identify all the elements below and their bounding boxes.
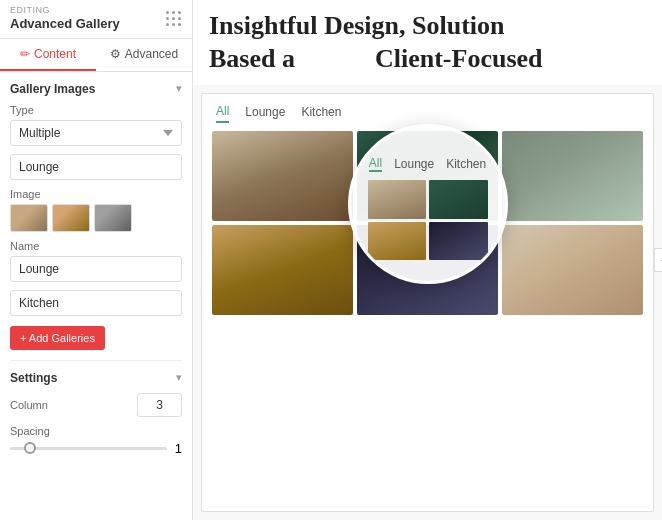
image-label: Image bbox=[10, 188, 182, 200]
panel-content: Gallery Images ▾ Type Multiple Single Im… bbox=[0, 72, 192, 520]
gallery-item-name-1[interactable] bbox=[10, 154, 182, 180]
column-input[interactable] bbox=[137, 393, 182, 417]
panel-header: EDITING Advanced Gallery bbox=[0, 0, 192, 39]
image-thumbs bbox=[10, 204, 182, 232]
gallery-tabs: All Lounge Kitchen bbox=[212, 104, 643, 123]
column-label: Column bbox=[10, 399, 48, 411]
divider bbox=[10, 360, 182, 361]
gallery-tab-all[interactable]: All bbox=[216, 104, 229, 123]
magnifier-tabs: All Lounge Kitchen bbox=[369, 148, 486, 176]
gallery-tab-lounge[interactable]: Lounge bbox=[245, 105, 285, 122]
column-row: Column bbox=[10, 393, 182, 417]
name-input-1[interactable] bbox=[10, 256, 182, 282]
add-galleries-button[interactable]: + Add Galleries bbox=[10, 326, 105, 350]
gallery-cell-6 bbox=[502, 225, 643, 315]
magnifier-tab-lounge[interactable]: Lounge bbox=[394, 157, 434, 171]
editing-label: EDITING bbox=[10, 6, 120, 15]
spacing-label: Spacing bbox=[10, 425, 182, 437]
hero-line-2: Based aClient-Focused bbox=[209, 44, 543, 73]
mag-cell-4 bbox=[429, 222, 488, 261]
gallery-preview: All Lounge Kitchen All bbox=[193, 85, 662, 520]
tab-content[interactable]: ✏ Content bbox=[0, 39, 96, 71]
thumb-3[interactable] bbox=[94, 204, 132, 232]
mag-cell-1 bbox=[368, 180, 427, 219]
gallery-item-name-2[interactable] bbox=[10, 290, 182, 316]
thumb-2[interactable] bbox=[52, 204, 90, 232]
hero-line-1: Insightful Design, Solution bbox=[209, 11, 504, 40]
name-label: Name bbox=[10, 240, 182, 252]
left-panel: EDITING Advanced Gallery ✏ Content ⚙ Adv… bbox=[0, 0, 193, 520]
panel-title: Advanced Gallery bbox=[10, 16, 120, 32]
magnifier-tab-kitchen[interactable]: Kitchen bbox=[446, 157, 486, 171]
hero-title: Insightful Design, Solution Based aClien… bbox=[209, 10, 646, 75]
panel-tabs: ✏ Content ⚙ Advanced bbox=[0, 39, 192, 72]
spacing-slider[interactable] bbox=[10, 447, 167, 450]
mag-cell-2 bbox=[429, 180, 488, 219]
chevron-down-icon[interactable]: ▾ bbox=[176, 82, 182, 95]
right-panel: Insightful Design, Solution Based aClien… bbox=[193, 0, 662, 520]
thumb-1[interactable] bbox=[10, 204, 48, 232]
settings-chevron-icon[interactable]: ▾ bbox=[176, 371, 182, 384]
tab-advanced[interactable]: ⚙ Advanced bbox=[96, 39, 192, 71]
type-select[interactable]: Multiple Single bbox=[10, 120, 182, 146]
spacing-slider-container: 1 bbox=[10, 441, 182, 456]
hero-text: Insightful Design, Solution Based aClien… bbox=[193, 0, 662, 85]
sliders-icon: ⚙ bbox=[110, 47, 121, 61]
settings-title: Settings bbox=[10, 371, 57, 385]
gallery-cell-3 bbox=[502, 131, 643, 221]
gallery-images-section: Gallery Images ▾ bbox=[10, 82, 182, 96]
magnifier-grid bbox=[368, 180, 488, 260]
gallery-cell-1 bbox=[212, 131, 353, 221]
gallery-tab-kitchen[interactable]: Kitchen bbox=[301, 105, 341, 122]
magnifier-tab-all[interactable]: All bbox=[369, 156, 382, 172]
gallery-cell-4 bbox=[212, 225, 353, 315]
settings-section: Settings ▾ bbox=[10, 371, 182, 385]
spacing-value: 1 bbox=[175, 441, 182, 456]
grid-dots-icon[interactable] bbox=[166, 11, 182, 27]
gallery-images-title: Gallery Images bbox=[10, 82, 95, 96]
gallery-container: All Lounge Kitchen All bbox=[201, 93, 654, 512]
mag-cell-3 bbox=[368, 222, 427, 261]
pen-icon: ✏ bbox=[20, 47, 30, 61]
magnifier-overlay: All Lounge Kitchen bbox=[348, 124, 508, 284]
type-label: Type bbox=[10, 104, 182, 116]
